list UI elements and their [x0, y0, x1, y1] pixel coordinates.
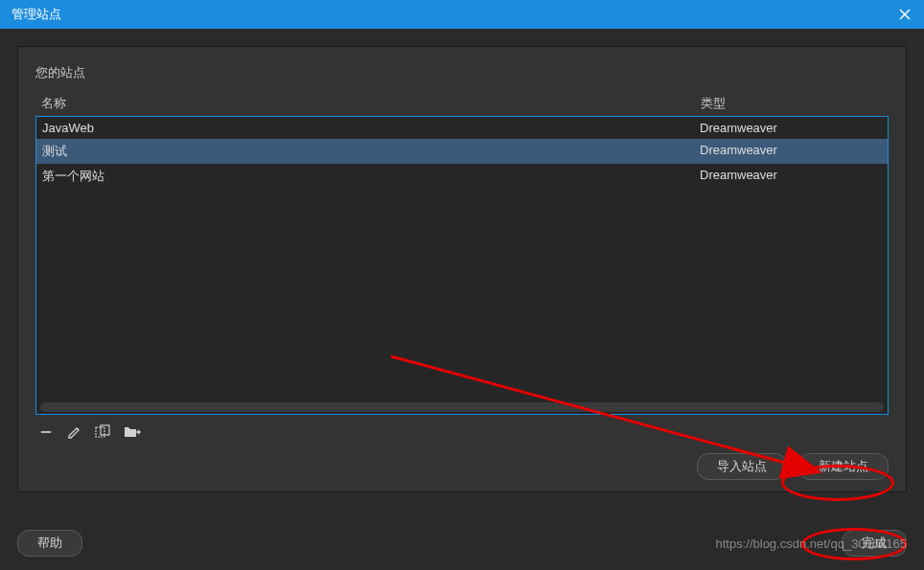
edit-site-button[interactable]: [66, 424, 83, 440]
cell-type: Dreamweaver: [700, 143, 882, 160]
sites-panel: 您的站点 名称 类型 JavaWeb Dreamweaver 测试 Dreamw…: [17, 46, 907, 492]
new-site-button[interactable]: 新建站点: [798, 453, 889, 480]
cell-name: JavaWeb: [42, 121, 700, 135]
close-icon: [899, 9, 911, 20]
duplicate-site-button[interactable]: [95, 424, 112, 440]
table-toolbar: [35, 415, 889, 447]
duplicate-icon: [95, 424, 112, 440]
close-button[interactable]: [886, 0, 924, 29]
sites-table: JavaWeb Dreamweaver 测试 Dreamweaver 第一个网站…: [35, 116, 889, 415]
col-header-type[interactable]: 类型: [701, 95, 883, 112]
svg-rect-2: [41, 431, 52, 433]
pencil-icon: [67, 424, 82, 440]
col-header-name[interactable]: 名称: [41, 95, 701, 112]
horizontal-scrollbar[interactable]: [40, 402, 884, 412]
export-site-button[interactable]: [124, 424, 141, 440]
panel-heading: 您的站点: [35, 64, 889, 81]
cell-type: Dreamweaver: [700, 121, 882, 135]
dialog-body: 您的站点 名称 类型 JavaWeb Dreamweaver 测试 Dreamw…: [0, 29, 924, 570]
cell-type: Dreamweaver: [700, 168, 882, 185]
table-row[interactable]: 第一个网站 Dreamweaver: [36, 164, 888, 189]
done-button[interactable]: 完成: [842, 530, 907, 557]
panel-buttons: 导入站点 新建站点: [35, 447, 889, 480]
window-title: 管理站点: [12, 6, 61, 23]
remove-site-button[interactable]: [37, 424, 55, 440]
dialog-footer: 帮助 完成: [17, 530, 907, 557]
cell-name: 测试: [42, 143, 700, 160]
cell-name: 第一个网站: [42, 168, 700, 185]
titlebar: 管理站点: [0, 0, 924, 29]
folder-arrow-icon: [124, 424, 141, 440]
help-button[interactable]: 帮助: [17, 530, 82, 557]
table-header: 名称 类型: [35, 91, 889, 116]
minus-icon: [39, 425, 53, 439]
table-row[interactable]: 测试 Dreamweaver: [36, 139, 888, 164]
import-site-button[interactable]: 导入站点: [697, 453, 787, 480]
table-row[interactable]: JavaWeb Dreamweaver: [36, 117, 888, 139]
